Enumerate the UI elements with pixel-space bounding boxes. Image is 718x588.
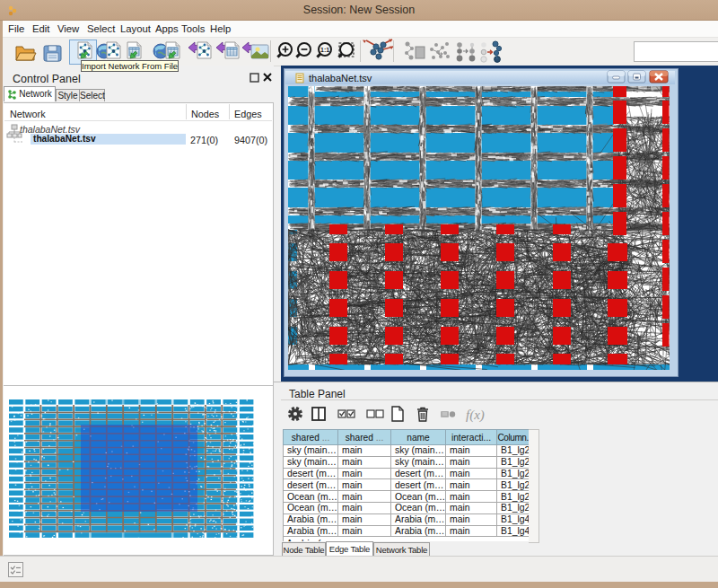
svg-text:1:1: 1:1 xyxy=(320,47,329,53)
svg-text:f(x): f(x) xyxy=(466,408,485,423)
